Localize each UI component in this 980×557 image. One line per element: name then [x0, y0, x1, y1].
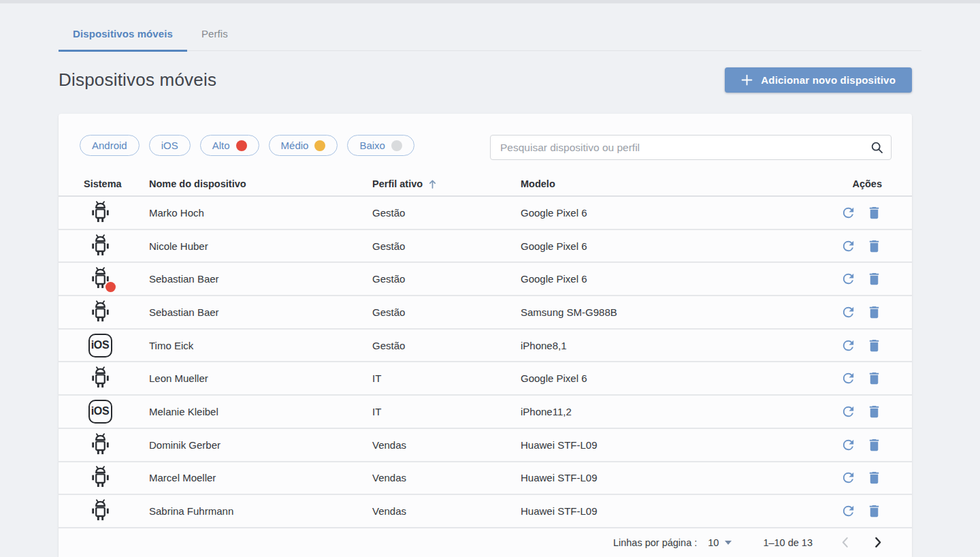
filter-chip-android[interactable]: Android [80, 135, 140, 156]
model-cell: Google Pixel 6 [521, 273, 803, 285]
search-input[interactable] [490, 135, 892, 160]
trash-icon [866, 205, 882, 221]
model-cell: Huawei STF-L09 [521, 472, 803, 483]
actions-cell [803, 470, 912, 486]
filter-chip-medio[interactable]: Médio [269, 135, 338, 156]
table-header-row: Sistema Nome do dispositivo Perfil ativo… [59, 172, 912, 197]
device-name-cell: Timo Eick [149, 340, 372, 351]
delete-device-button[interactable] [866, 404, 882, 419]
refresh-icon [840, 503, 856, 519]
active-profile-cell: IT [372, 406, 521, 417]
tab-dispositivos-moveis[interactable]: Dispositivos móveis [59, 20, 187, 52]
android-icon [89, 498, 112, 524]
refresh-device-button[interactable] [840, 470, 856, 486]
device-name-cell: Sabrina Fuhrmann [149, 505, 372, 517]
search-icon[interactable] [870, 140, 884, 157]
delete-device-button[interactable] [866, 338, 882, 353]
actions-cell [803, 370, 912, 386]
rows-per-page-label: Linhas por página : [613, 537, 697, 548]
add-device-button-label: Adicionar novo dispositivo [761, 74, 896, 86]
delete-device-button[interactable] [866, 304, 882, 320]
model-cell: Google Pixel 6 [521, 372, 803, 384]
android-icon [89, 432, 112, 458]
table-body: iOS Marko Hoch Gestão Google Pixel 6 [59, 197, 912, 528]
refresh-icon [840, 238, 856, 254]
delete-device-button[interactable] [866, 470, 882, 486]
refresh-icon [840, 205, 856, 221]
column-header-nome: Nome do dispositivo [149, 178, 372, 189]
table-row: iOS Melanie Kleibel IT iPhone11,2 [59, 396, 912, 429]
filter-chip-ios[interactable]: iOS [149, 135, 191, 156]
rows-per-page-value: 10 [708, 537, 719, 548]
devices-table: Sistema Nome do dispositivo Perfil ativo… [59, 172, 912, 528]
device-name-cell: Marko Hoch [149, 207, 372, 219]
refresh-device-button[interactable] [840, 338, 856, 353]
previous-page-button[interactable] [841, 537, 849, 548]
alert-badge-icon [105, 282, 116, 292]
refresh-device-button[interactable] [840, 503, 856, 519]
refresh-device-button[interactable] [840, 404, 856, 419]
table-row: iOS Marcel Moeller Vendas Huawei STF-L09 [59, 462, 912, 496]
add-device-button[interactable]: Adicionar novo dispositivo [725, 67, 912, 93]
filter-chip-alto[interactable]: Alto [200, 135, 259, 156]
pagination-range-label: 1–10 de 13 [763, 537, 813, 548]
delete-device-button[interactable] [866, 370, 882, 386]
model-cell: Google Pixel 6 [521, 207, 803, 219]
trash-icon [866, 404, 882, 419]
refresh-device-button[interactable] [840, 437, 856, 453]
filter-chip-label: Android [92, 140, 127, 151]
device-name-cell: Sebastian Baer [149, 306, 372, 318]
refresh-icon [840, 370, 856, 386]
tab-perfis[interactable]: Perfis [187, 20, 242, 52]
rows-per-page-select[interactable]: 10 [708, 537, 732, 548]
refresh-device-button[interactable] [840, 205, 856, 221]
active-profile-cell: Vendas [372, 505, 521, 517]
table-row: iOS Marko Hoch Gestão Google Pixel 6 [59, 197, 912, 230]
refresh-icon [840, 304, 856, 320]
ios-icon: iOS [88, 334, 112, 357]
delete-device-button[interactable] [866, 205, 882, 221]
model-cell: Huawei STF-L09 [521, 439, 803, 451]
refresh-device-button[interactable] [840, 370, 856, 386]
android-icon [89, 200, 112, 225]
filter-chip-label: Médio [281, 140, 309, 151]
device-name-cell: Nicole Huber [149, 240, 372, 252]
delete-device-button[interactable] [866, 238, 882, 254]
column-header-perfil-ativo-label: Perfil ativo [372, 178, 423, 189]
table-row: iOS Sebastian Baer Gestão Google Pixel 6 [59, 263, 912, 296]
table-row: iOS Sabrina Fuhrmann Vendas Huawei STF-L… [59, 495, 912, 528]
delete-device-button[interactable] [866, 271, 882, 287]
delete-device-button[interactable] [866, 437, 882, 453]
refresh-device-button[interactable] [840, 238, 856, 254]
table-row: iOS Leon Mueller IT Google Pixel 6 [59, 362, 912, 396]
delete-device-button[interactable] [866, 503, 882, 519]
page-title: Dispositivos móveis [59, 69, 216, 91]
actions-cell [803, 205, 912, 221]
chevron-down-icon [725, 541, 732, 545]
refresh-icon [840, 404, 856, 419]
plus-icon [741, 74, 753, 86]
trash-icon [866, 338, 882, 353]
chevron-left-icon [841, 537, 849, 548]
refresh-device-button[interactable] [840, 304, 856, 320]
filter-chip-label: iOS [161, 140, 178, 151]
device-name-cell: Dominik Gerber [149, 439, 372, 451]
refresh-device-button[interactable] [840, 271, 856, 287]
active-profile-cell: Gestão [372, 240, 521, 252]
active-profile-cell: Vendas [372, 472, 521, 483]
refresh-icon [840, 271, 856, 287]
actions-cell [803, 238, 912, 254]
high-severity-dot-icon [236, 140, 247, 151]
next-page-button[interactable] [875, 537, 882, 548]
chevron-right-icon [875, 537, 882, 548]
page-header: Dispositivos móveis Adicionar novo dispo… [59, 65, 912, 95]
filter-chip-label: Alto [212, 140, 230, 151]
model-cell: Google Pixel 6 [521, 240, 803, 252]
trash-icon [866, 271, 882, 287]
filter-chip-baixo[interactable]: Baixo [347, 135, 414, 156]
actions-cell [803, 503, 912, 519]
model-cell: Samsung SM-G988B [521, 306, 803, 318]
actions-cell [803, 404, 912, 419]
column-header-perfil-ativo[interactable]: Perfil ativo [372, 178, 521, 189]
device-name-cell: Melanie Kleibel [149, 406, 372, 417]
